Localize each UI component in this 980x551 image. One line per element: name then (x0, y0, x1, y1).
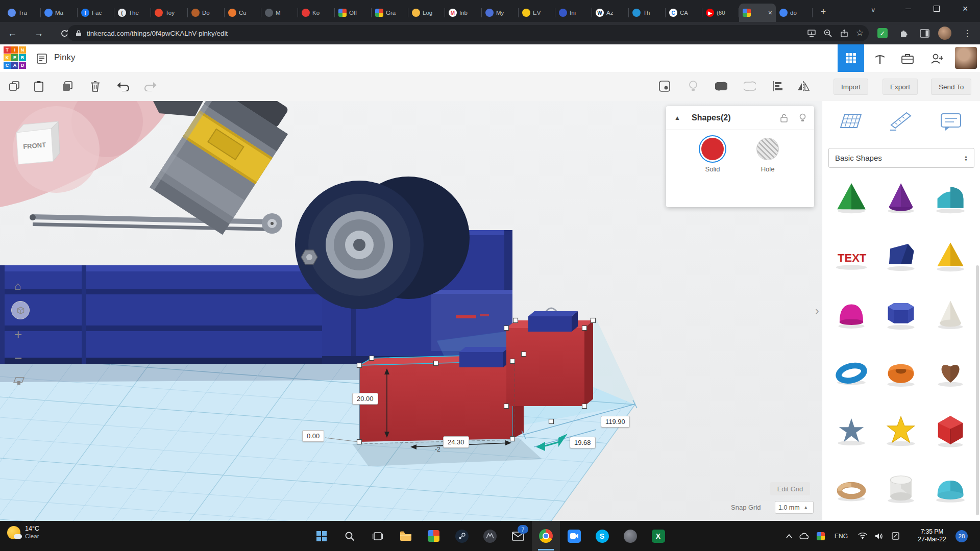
orbit-view-button[interactable] (11, 301, 30, 319)
group-icon[interactable] (714, 79, 728, 93)
weather-widget[interactable]: 14°C Clear (7, 525, 39, 540)
extension-check-icon[interactable]: ✓ (875, 26, 890, 41)
mirror-icon[interactable] (796, 79, 811, 93)
browser-tab[interactable]: ( The (114, 4, 151, 22)
notes-tool-icon[interactable] (938, 109, 964, 134)
shape-cone-soft[interactable] (925, 285, 975, 343)
browser-tab[interactable]: × (739, 4, 776, 22)
edit-grid-button[interactable]: Edit Grid (770, 482, 810, 495)
browser-tab[interactable]: Cu (225, 4, 261, 22)
volume-icon[interactable] (872, 521, 886, 551)
browser-tab[interactable]: Off (335, 4, 372, 22)
game-launcher-icon[interactable] (476, 521, 504, 551)
shape-star-thin[interactable] (826, 401, 876, 459)
start-button[interactable] (307, 521, 335, 551)
add-user-icon[interactable] (929, 51, 945, 67)
taskbar-clock[interactable]: 7:35 PM 27-Mar-22 (912, 528, 952, 543)
notification-badge[interactable]: 28 (955, 530, 968, 542)
sidebar-collapse-icon[interactable]: › (813, 302, 822, 320)
shape-paraboloid[interactable] (826, 285, 876, 343)
browser-tab[interactable]: W Az (592, 4, 629, 22)
steam-icon[interactable] (448, 521, 476, 551)
import-button[interactable]: Import (834, 79, 868, 95)
browser-tab[interactable]: Th (629, 4, 666, 22)
shape-heart[interactable] (925, 343, 975, 401)
bookmark-star-icon[interactable]: ☆ (856, 28, 864, 38)
browser-tab[interactable]: ▶ (60 (702, 4, 739, 22)
forward-button[interactable]: → (32, 26, 46, 40)
pen-settings-icon[interactable] (888, 521, 902, 551)
tab-search-chevron-icon[interactable]: ∨ (871, 6, 876, 14)
shape-star[interactable] (876, 401, 925, 459)
dimension-zero-field[interactable]: 0.00 (302, 430, 324, 442)
close-window-button[interactable]: × (953, 0, 977, 17)
dimension-width-field[interactable]: 24.30 (443, 436, 469, 448)
tools-icon[interactable] (872, 51, 888, 67)
skype-icon[interactable]: S (588, 521, 616, 551)
shape-half-sphere[interactable] (925, 459, 975, 517)
share-icon[interactable] (840, 29, 849, 38)
excel-icon[interactable]: X (644, 521, 672, 551)
mail-icon[interactable]: 7 (504, 521, 532, 551)
dimension-length-field[interactable]: 119.90 (601, 416, 630, 428)
blue-box-on-top[interactable] (528, 308, 578, 332)
side-panel-icon[interactable] (917, 26, 932, 41)
red-box-2[interactable] (506, 320, 593, 406)
chrome-taskbar-icon[interactable] (532, 521, 560, 551)
address-bar[interactable]: tinkercad.com/things/0f4pwCKALhV-pinky/e… (67, 25, 869, 41)
browser-tab[interactable]: EV (519, 4, 555, 22)
delete-icon[interactable] (88, 79, 102, 93)
zoom-in-button[interactable]: + (14, 327, 22, 342)
shape-tube[interactable] (876, 343, 925, 401)
shape-polygon[interactable] (876, 227, 925, 285)
paste-icon[interactable] (32, 79, 46, 93)
browser-tab[interactable]: Toy (151, 4, 188, 22)
solid-option[interactable]: Solid (692, 138, 733, 173)
browser-tab[interactable]: Log (408, 4, 445, 22)
extensions-puzzle-icon[interactable] (896, 26, 912, 41)
home-view-button[interactable]: ⌂ (14, 280, 21, 293)
design-menu-icon[interactable] (34, 51, 50, 67)
duplicate-icon[interactable] (60, 79, 75, 93)
dashboard-grid-button[interactable] (838, 44, 864, 72)
browser-tab[interactable]: M (261, 4, 298, 22)
onedrive-icon[interactable] (796, 521, 812, 551)
browser-tab[interactable]: C CA (666, 4, 702, 22)
solid-swatch[interactable] (701, 138, 724, 160)
workplane-tool-icon[interactable] (838, 109, 864, 134)
machine-cylinder[interactable] (150, 101, 306, 235)
export-button[interactable]: Export (883, 79, 918, 95)
back-button[interactable]: ← (5, 26, 19, 40)
projects-icon[interactable] (899, 51, 916, 67)
tray-expand-icon[interactable] (782, 521, 796, 551)
browser-tab[interactable]: Tra (4, 4, 41, 22)
user-avatar[interactable] (955, 47, 977, 69)
photo-editor-icon[interactable] (616, 521, 644, 551)
snap-grid-select[interactable]: 1.0 mm ▲ (775, 501, 814, 514)
blue-box-small[interactable] (459, 347, 509, 367)
zoom-out-button[interactable]: − (14, 350, 22, 366)
undo-icon[interactable] (116, 79, 131, 93)
design-title[interactable]: Pinky (54, 53, 76, 63)
browser-menu-icon[interactable]: ⋮ (960, 26, 975, 41)
browser-tab[interactable]: Ko (298, 4, 335, 22)
browser-avatar[interactable] (937, 26, 952, 41)
minimize-button[interactable] (896, 0, 920, 17)
dimension-depth-field[interactable]: 19.68 (570, 437, 596, 448)
browser-tab[interactable]: Do (188, 4, 225, 22)
zoom-icon[interactable] (823, 29, 832, 38)
shape-hexagonal-prism[interactable] (876, 285, 925, 343)
browser-tab[interactable]: Ini (555, 4, 592, 22)
workplane-toggle-button[interactable] (13, 377, 24, 386)
ms-store-icon[interactable] (420, 521, 448, 551)
shape-category-select[interactable]: Basic Shapes ▲▼ (828, 148, 974, 168)
video-call-app-icon[interactable] (560, 521, 588, 551)
browser-tab[interactable]: Gra (372, 4, 408, 22)
taskbar-search-icon[interactable] (335, 521, 363, 551)
shape-text[interactable] (826, 227, 876, 285)
browser-tab[interactable]: M Inb (445, 4, 482, 22)
lock-icon[interactable] (777, 111, 791, 124)
language-indicator[interactable]: ENG (831, 521, 851, 551)
collapse-panel-icon[interactable]: ▲ (670, 111, 684, 125)
shape-cone[interactable] (876, 168, 925, 227)
